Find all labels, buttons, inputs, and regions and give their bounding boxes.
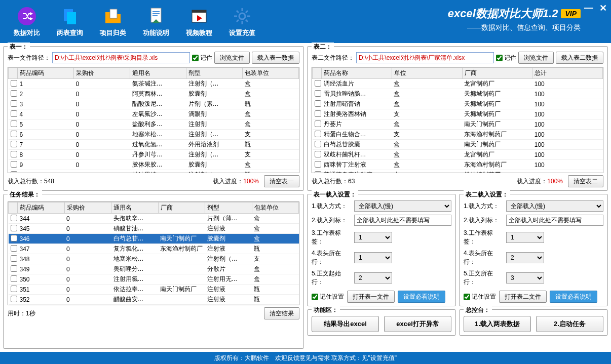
table-row[interactable]: 丹蒌片盒南天门制药厂100 [313, 119, 603, 130]
table-row[interactable]: 3440头孢呋辛…片剂（薄…盒 [9, 214, 299, 224]
settings2-help-button[interactable]: 设置必看说明 [550, 291, 597, 303]
table-row[interactable]: 注射美洛西林钠支天墉城制药厂100 [313, 109, 603, 119]
toolbar-item-0[interactable]: 数据对比 [5, 6, 48, 37]
table-row[interactable]: 3470复方氯化…东海渔村制药厂注射液瓶 [9, 244, 299, 254]
result-grid[interactable]: 药品编码采购价通用名厂商剂型包装单位3440头孢呋辛…片剂（薄…盒3450硝酸甘… [8, 201, 299, 305]
settings1-mode-select[interactable]: 全部载入(慢) [354, 200, 451, 212]
table-row[interactable]: 100甘油果糖…注射剂（…瓶 [9, 170, 299, 174]
row-check[interactable] [11, 265, 17, 272]
table1-load-button[interactable]: 载入表一数据 [252, 52, 299, 64]
table-row[interactable]: 3510依达拉奉…南天门制药厂注射液瓶 [9, 285, 299, 295]
toolbar-item-2[interactable]: 项目归类 [91, 6, 134, 37]
settings2-startrow-select[interactable]: 3 [506, 272, 544, 284]
row-check[interactable] [315, 171, 321, 174]
row-check[interactable] [11, 245, 17, 252]
settings1-remember-check[interactable] [312, 294, 318, 300]
row-check[interactable] [11, 131, 17, 137]
table-row[interactable]: 60地塞米松…注射剂（…支 [9, 130, 299, 140]
table2-load-button[interactable]: 载入表二数据 [556, 52, 603, 64]
row-check[interactable] [11, 151, 17, 157]
row-check[interactable] [11, 225, 17, 231]
toolbar-item-5[interactable]: 设置充值 [220, 6, 263, 37]
table-row[interactable]: 3490奥硝唑分…分散片盒 [9, 264, 299, 274]
toolbar-item-1[interactable]: 两表查询 [48, 6, 91, 37]
settings2-mode-select[interactable]: 全部载入(慢) [506, 200, 603, 212]
row-check[interactable] [11, 161, 17, 168]
row-check[interactable] [11, 286, 17, 292]
table-row[interactable]: 3530维生素注…注射液盒 [9, 305, 299, 306]
settings2-col-input[interactable] [506, 215, 603, 226]
settings1-help-button[interactable]: 设置必看说明 [398, 291, 445, 303]
settings2-openfile-button[interactable]: 打开表二文件 [499, 291, 547, 303]
row-check[interactable] [11, 171, 17, 174]
table-row[interactable]: 30醋酸泼尼…片剂（素…瓶 [9, 99, 299, 109]
close-icon[interactable]: ✕ [599, 3, 607, 14]
table-row[interactable]: 70过氧化氢…外用溶液剂瓶 [9, 140, 299, 150]
settings1-openfile-button[interactable]: 打开表一文件 [347, 291, 395, 303]
table-row[interactable]: 西咪替丁注射液盒东海渔村制药厂100 [313, 160, 603, 170]
table1-path-input[interactable] [52, 52, 190, 63]
table1-browse-button[interactable]: 浏览文件 [214, 52, 250, 64]
table2-clear-button[interactable]: 清空表二 [568, 175, 603, 187]
row-check[interactable] [315, 161, 321, 168]
table2-browse-button[interactable]: 浏览文件 [518, 52, 554, 64]
row-check[interactable] [315, 131, 321, 137]
load-both-button[interactable]: 1.载入两表数据 [464, 316, 531, 332]
table-row[interactable]: 3450硝酸甘油…注射液盒 [9, 224, 299, 234]
row-check[interactable] [315, 80, 321, 87]
table-row[interactable]: 3460白芍总苷…南天门制药厂胶囊剂盒 [9, 234, 299, 244]
row-check[interactable] [315, 151, 321, 157]
table-row[interactable]: 注射用硝普钠盒天墉城制药厂100 [313, 99, 603, 109]
table-row[interactable]: 40左氧氟沙…滴眼剂盒 [9, 109, 299, 119]
table-row[interactable]: 普通胰岛素注射液支揽仙镇制药厂100 [313, 170, 603, 174]
row-check[interactable] [11, 110, 17, 117]
row-check[interactable] [11, 275, 17, 282]
table-row[interactable]: 3500注射用氯…注射用无…盒 [9, 274, 299, 285]
settings2-remember-check[interactable] [464, 294, 470, 300]
settings1-sheet-select[interactable]: 1 [354, 232, 392, 243]
table-row[interactable]: 白芍总苷胶囊盒南天门制药厂100 [313, 140, 603, 150]
open-error-button[interactable]: excel打开异常 [384, 316, 451, 332]
table-row[interactable]: 双歧杆菌乳杆…盒龙宫制药厂100 [313, 150, 603, 160]
table-row[interactable]: 精蛋白生物合…支东海渔村制药厂100 [313, 130, 603, 140]
row-check[interactable] [11, 215, 17, 221]
toolbar-item-4[interactable]: 视频教程 [177, 6, 220, 37]
table2-remember-check[interactable] [496, 55, 503, 61]
row-check[interactable] [315, 90, 321, 97]
row-check[interactable] [11, 80, 17, 87]
table-row[interactable]: 10氨茶碱注…注射剂（…盒 [9, 79, 299, 89]
table2-grid[interactable]: 药品名称单位厂商总计调经活血片盒龙宫制药厂100雷贝拉唑钠肠…盒天墉城制药厂10… [312, 67, 603, 173]
row-check[interactable] [11, 235, 17, 241]
start-task-button[interactable]: 2.启动任务 [536, 316, 603, 332]
table-row[interactable]: 调经活血片盒龙宫制药厂100 [313, 79, 603, 89]
table-row[interactable]: 3520醋酸曲安…注射液瓶 [9, 295, 299, 305]
table-row[interactable]: 80丹参川芎…注射剂（…支 [9, 150, 299, 160]
table-row[interactable]: 90胶体果胶…胶囊剂盒 [9, 160, 299, 170]
toolbar-item-3[interactable]: 功能说明 [134, 6, 177, 37]
settings1-startrow-select[interactable]: 2 [354, 272, 392, 284]
minimize-icon[interactable]: — [584, 3, 593, 14]
row-check[interactable] [11, 141, 17, 147]
row-check[interactable] [315, 100, 321, 107]
row-check[interactable] [315, 110, 321, 117]
table-row[interactable]: 20阿莫西林…胶囊剂盒 [9, 89, 299, 99]
row-check[interactable] [315, 120, 321, 127]
table-row[interactable]: 50盐酸利多…注射剂盒 [9, 119, 299, 130]
settings2-headerrow-select[interactable]: 2 [506, 252, 544, 263]
table1-clear-button[interactable]: 清空表一 [264, 175, 299, 187]
table-row[interactable]: 雷贝拉唑钠肠…盒天墉城制药厂100 [313, 89, 603, 99]
settings1-headerrow-select[interactable]: 1 [354, 252, 392, 263]
export-excel-button[interactable]: 结果导出excel [312, 316, 379, 332]
row-check[interactable] [11, 90, 17, 97]
settings1-col-input[interactable] [354, 215, 451, 226]
row-check[interactable] [11, 100, 17, 107]
row-check[interactable] [11, 120, 17, 127]
table2-path-input[interactable] [356, 52, 494, 63]
settings2-sheet-select[interactable]: 1 [506, 232, 544, 243]
table-row[interactable]: 3480地塞米松…注射剂（…支 [9, 254, 299, 264]
result-clear-button[interactable]: 清空结果 [264, 307, 299, 319]
table1-remember-check[interactable] [192, 55, 199, 61]
table1-grid[interactable]: 药品编码采购价通用名剂型包装单位10氨茶碱注…注射剂（…盒20阿莫西林…胶囊剂盒… [8, 67, 299, 173]
row-check[interactable] [11, 255, 17, 262]
row-check[interactable] [11, 296, 17, 302]
